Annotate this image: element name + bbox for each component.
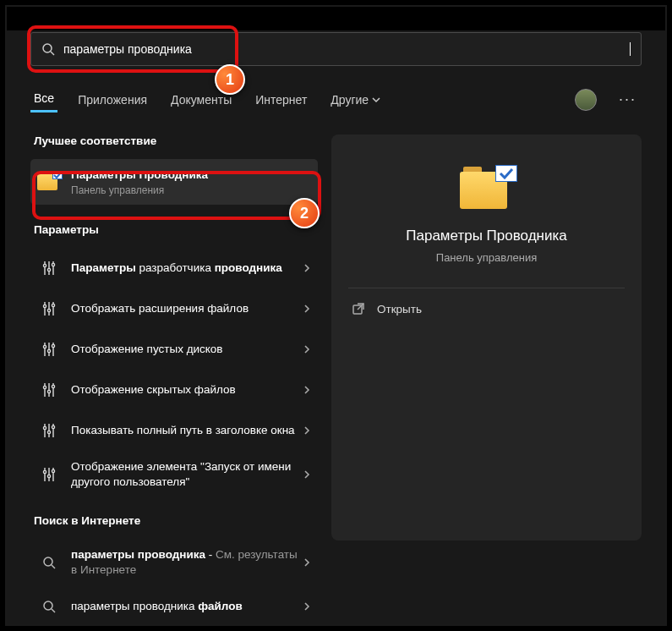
preview-panel: Параметры Проводника Панель управления О… xyxy=(331,134,642,540)
svg-point-5 xyxy=(43,265,46,267)
best-match-sub: Панель управления xyxy=(71,184,311,196)
best-match-title: Параметры Проводника xyxy=(71,167,311,183)
chevron-down-icon xyxy=(372,96,380,104)
web-result-title: параметры проводника - См. результаты в … xyxy=(71,547,298,578)
results-panel: Лучшее соответствие Параметры Проводника… xyxy=(30,134,318,627)
tab-apps[interactable]: Приложения xyxy=(74,88,150,112)
svg-point-29 xyxy=(43,427,46,430)
filter-tabs: Все Приложения Документы Интернет Другие… xyxy=(30,86,642,112)
preview-title: Параметры Проводника xyxy=(348,228,625,244)
svg-point-36 xyxy=(47,475,50,478)
svg-point-24 xyxy=(47,391,50,393)
svg-point-17 xyxy=(43,346,46,348)
svg-point-19 xyxy=(52,345,54,348)
user-avatar[interactable] xyxy=(575,89,597,111)
open-icon xyxy=(352,302,365,316)
svg-line-43 xyxy=(358,304,363,310)
tab-internet[interactable]: Интернет xyxy=(252,88,310,112)
open-label: Открыть xyxy=(377,303,422,316)
web-result-title: параметры проводника файлов xyxy=(71,599,298,614)
settings-result-title: Отображение элемента "Запуск от имени др… xyxy=(71,459,298,490)
settings-result-title: Отображать расширения файлов xyxy=(71,301,298,316)
svg-point-7 xyxy=(52,264,54,266)
svg-point-12 xyxy=(47,310,50,312)
svg-point-6 xyxy=(47,269,50,272)
svg-point-0 xyxy=(43,44,52,52)
search-icon xyxy=(37,595,61,618)
settings-result-item[interactable]: Показывать полный путь в заголовке окна xyxy=(30,410,318,451)
svg-point-25 xyxy=(52,386,54,388)
search-bar[interactable]: параметры проводника xyxy=(30,32,642,66)
settings-result-item[interactable]: Отображение пустых дисков xyxy=(30,329,318,370)
sliders-icon xyxy=(37,378,61,402)
divider xyxy=(348,288,625,288)
preview-subtitle: Панель управления xyxy=(348,251,625,264)
folder-options-icon xyxy=(37,170,61,194)
section-parameters: Параметры xyxy=(34,223,318,236)
annotation-badge-1: 1 xyxy=(215,64,245,95)
best-match-result[interactable]: Параметры Проводника Панель управления xyxy=(30,159,318,205)
tab-more-label: Другие xyxy=(331,93,369,107)
settings-result-item[interactable]: Отображение элемента "Запуск от имени др… xyxy=(30,451,318,498)
tab-more[interactable]: Другие xyxy=(327,88,384,112)
settings-result-title: Отображение скрытых файлов xyxy=(71,382,298,398)
settings-result-title: Показывать полный путь в заголовке окна xyxy=(71,423,298,438)
annotation-badge-2: 2 xyxy=(289,198,320,228)
svg-point-40 xyxy=(44,601,52,610)
svg-point-35 xyxy=(43,471,46,474)
tab-all[interactable]: Все xyxy=(30,86,57,112)
svg-point-23 xyxy=(43,387,46,389)
sliders-icon xyxy=(37,463,61,486)
search-input[interactable]: параметры проводника xyxy=(63,42,629,56)
svg-line-1 xyxy=(51,52,54,55)
settings-result-item[interactable]: Параметры разработчика проводника xyxy=(30,248,318,288)
svg-point-18 xyxy=(47,350,50,353)
more-options-button[interactable]: ··· xyxy=(614,87,642,112)
search-icon xyxy=(37,551,61,574)
svg-point-13 xyxy=(52,305,54,307)
open-action[interactable]: Открыть xyxy=(348,292,625,326)
svg-line-39 xyxy=(52,565,55,568)
sliders-icon xyxy=(37,337,61,361)
settings-result-title: Отображение пустых дисков xyxy=(71,342,298,357)
settings-result-title: Параметры разработчика проводника xyxy=(71,261,298,276)
sliders-icon xyxy=(37,256,61,280)
sliders-icon xyxy=(37,419,61,442)
section-best-match: Лучшее соответствие xyxy=(34,134,318,147)
svg-point-30 xyxy=(47,431,50,434)
sliders-icon xyxy=(37,297,61,321)
web-result-item[interactable]: параметры проводника - См. результаты в … xyxy=(30,539,318,586)
svg-point-37 xyxy=(52,470,54,473)
svg-line-41 xyxy=(52,609,55,612)
settings-result-item[interactable]: Отображать расширения файлов xyxy=(30,288,318,329)
text-cursor xyxy=(630,42,631,56)
preview-icon xyxy=(460,167,514,212)
svg-point-31 xyxy=(52,426,54,429)
section-web-search: Поиск в Интернете xyxy=(34,514,318,527)
settings-result-item[interactable]: Отображение скрытых файлов xyxy=(30,370,318,410)
search-icon xyxy=(41,42,55,56)
web-result-item[interactable]: параметры проводника файлов xyxy=(30,586,318,627)
svg-point-38 xyxy=(44,557,52,566)
svg-point-11 xyxy=(43,305,46,308)
